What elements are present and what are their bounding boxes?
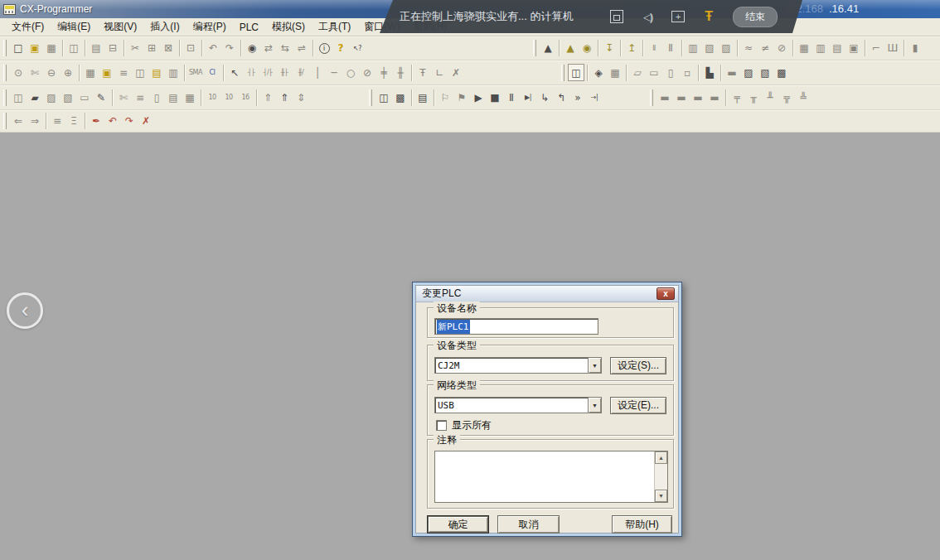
properties-icon[interactable]: ✎ bbox=[93, 89, 109, 106]
grid-icon[interactable]: ▦ bbox=[82, 64, 99, 81]
symbol-list-icon[interactable]: ≡ bbox=[115, 64, 132, 81]
insert-rung-icon[interactable]: Ŧ bbox=[414, 64, 431, 81]
rung-list-icon[interactable]: ≡ bbox=[49, 113, 65, 130]
comms-unit-a-icon[interactable]: ▬ bbox=[657, 89, 673, 106]
pin-icon[interactable]: Ŧ bbox=[705, 9, 713, 24]
dialog-display-icon[interactable]: ▤ bbox=[165, 89, 182, 106]
scroll-up-icon[interactable]: ▲ bbox=[655, 451, 667, 464]
zoom-in-icon[interactable]: ⊕ bbox=[60, 64, 76, 81]
network-settings-button[interactable]: 设定(E)... bbox=[610, 397, 666, 414]
network-type-combobox[interactable]: USB ▼ bbox=[434, 397, 602, 413]
selection-pointer-icon[interactable]: ↖ bbox=[226, 64, 243, 81]
close-icon[interactable]: x bbox=[657, 287, 675, 300]
toolbar-grip[interactable] bbox=[650, 89, 653, 106]
plc-memory-icon[interactable]: ▣ bbox=[846, 40, 862, 57]
build-tool-icon[interactable]: ▰ bbox=[27, 89, 43, 106]
replace-icon[interactable]: ⇄ bbox=[260, 40, 277, 57]
menu-item[interactable]: 视图(V) bbox=[97, 17, 143, 36]
binary-display-icon[interactable]: ▦ bbox=[182, 89, 198, 106]
stack-view-icon[interactable]: ◈ bbox=[590, 64, 607, 81]
zoom-selection-icon[interactable]: ✄ bbox=[27, 64, 43, 81]
step-in-icon[interactable]: ↳ bbox=[536, 89, 553, 106]
print-icon[interactable]: ▤ bbox=[88, 40, 104, 57]
show-all-checkbox[interactable] bbox=[436, 420, 447, 431]
search-io-icon[interactable]: ⇆ bbox=[277, 40, 293, 57]
copy-icon[interactable]: ⊞ bbox=[143, 40, 160, 57]
output-window-icon[interactable]: ▨ bbox=[43, 89, 60, 106]
breakpoint-set-icon[interactable]: ⚐ bbox=[437, 89, 453, 106]
zoom-out-icon[interactable]: ⊖ bbox=[43, 64, 60, 81]
marker-clear-icon[interactable]: ✗ bbox=[138, 113, 154, 130]
device-settings-button[interactable]: 设定(S)... bbox=[610, 357, 666, 374]
send-changes-icon[interactable]: ≠ bbox=[757, 40, 773, 57]
symbol-insert-icon[interactable]: ▱ bbox=[629, 64, 646, 81]
go-io-link-icon[interactable]: ⇕ bbox=[293, 89, 309, 106]
marker-pen-icon[interactable]: ✒ bbox=[88, 113, 104, 130]
device-type-combobox[interactable]: CJ2M ▼ bbox=[434, 357, 602, 374]
show-ci-icon[interactable]: CI bbox=[204, 64, 220, 81]
show-rung-wrap-icon[interactable]: ▯ bbox=[148, 89, 165, 106]
new-window-icon[interactable]: + bbox=[671, 11, 685, 22]
sim-stop-icon[interactable]: ■ bbox=[487, 89, 503, 106]
plc-settings-icon[interactable]: ▥ bbox=[812, 40, 829, 57]
io-table-icon[interactable]: ▦ bbox=[796, 40, 812, 57]
vertical-line-icon[interactable]: │ bbox=[309, 64, 326, 81]
function-block-icon[interactable]: ╪ bbox=[376, 64, 392, 81]
comment-scrollbar[interactable]: ▲ ▼ bbox=[654, 451, 667, 502]
watch-window-icon[interactable]: ▧ bbox=[60, 89, 76, 106]
symbol-verify-icon[interactable]: ▯ bbox=[662, 64, 679, 81]
zoom-icon[interactable]: ⊙ bbox=[10, 64, 27, 81]
run-to-break-icon[interactable]: →| bbox=[586, 89, 603, 106]
coil-icon[interactable]: ○ bbox=[342, 64, 359, 81]
instruction-box-icon[interactable]: ╫ bbox=[392, 64, 409, 81]
net-node-a-icon[interactable]: ╤ bbox=[729, 89, 745, 106]
marker-undo-icon[interactable]: ↶ bbox=[104, 113, 121, 130]
end-session-button[interactable]: 结束 bbox=[733, 7, 778, 27]
compare-programs-icon[interactable]: ◫ bbox=[65, 40, 82, 57]
chevron-down-icon[interactable]: ▼ bbox=[588, 397, 602, 413]
watch-tree-icon[interactable]: ▙ bbox=[701, 64, 718, 81]
toggle-window-icon[interactable]: ◫ bbox=[568, 64, 584, 81]
cut-icon[interactable]: ✂ bbox=[127, 40, 143, 57]
paste-rung-icon[interactable]: ⊡ bbox=[182, 40, 199, 57]
address-list-icon[interactable]: Ξ bbox=[65, 113, 82, 130]
toolbar-grip[interactable] bbox=[3, 113, 7, 129]
compile-icon[interactable]: ▧ bbox=[701, 40, 718, 57]
pause-icon[interactable]: Ⅱ bbox=[662, 40, 679, 57]
coil-nc-icon[interactable]: ⊘ bbox=[359, 64, 376, 81]
new-project-icon[interactable]: □ bbox=[10, 40, 27, 57]
signed-decimal-display-icon[interactable]: 10 bbox=[220, 89, 237, 106]
hex-display-icon[interactable]: 16 bbox=[237, 89, 254, 106]
decimal-display-icon[interactable]: 10 bbox=[204, 89, 220, 106]
mnemonic-view-icon[interactable]: ▥ bbox=[165, 64, 182, 81]
menu-item[interactable]: 工具(T) bbox=[312, 17, 357, 36]
cancel-button[interactable]: 取消 bbox=[497, 515, 560, 533]
indent-right-icon[interactable]: ⇒ bbox=[27, 113, 43, 130]
monitor-warning-icon[interactable]: ◉ bbox=[579, 40, 595, 57]
print-preview-icon[interactable]: ⊟ bbox=[104, 40, 121, 57]
search-symbol-icon[interactable]: ⇌ bbox=[293, 40, 310, 57]
io-comment-icon[interactable]: ≡ bbox=[132, 89, 148, 106]
chevron-down-icon[interactable]: ▼ bbox=[588, 357, 602, 374]
step-out-icon[interactable]: ↰ bbox=[553, 89, 569, 106]
grid-view-icon[interactable]: ▦ bbox=[607, 64, 623, 81]
menu-item[interactable]: 编程(P) bbox=[187, 17, 233, 36]
transfer-from-plc-icon[interactable]: ↥ bbox=[623, 40, 640, 57]
io-comment-view-icon[interactable]: ◫ bbox=[132, 64, 148, 81]
menu-item[interactable]: PLC bbox=[233, 19, 265, 36]
transfer-to-plc-icon[interactable]: ↧ bbox=[601, 40, 618, 57]
show-sma-icon[interactable]: SMA bbox=[187, 64, 204, 81]
toolbar-grip[interactable] bbox=[369, 89, 372, 106]
symbol-delete-icon[interactable]: ▭ bbox=[646, 64, 662, 81]
save-project-icon[interactable]: ▦ bbox=[43, 40, 60, 57]
contact-no-icon[interactable]: ┤├ bbox=[243, 64, 259, 81]
lock-icon[interactable]: ▮ bbox=[907, 40, 923, 57]
toolbar-grip[interactable] bbox=[3, 40, 7, 56]
smart-input-icon[interactable]: ▣ bbox=[99, 64, 115, 81]
menu-item[interactable]: 文件(F) bbox=[5, 17, 51, 36]
device-name-input[interactable]: 新PLC1 bbox=[434, 318, 598, 335]
redo-icon[interactable]: ↷ bbox=[221, 40, 238, 57]
go-prev-address-icon[interactable]: ⇑ bbox=[259, 89, 276, 106]
page-window-icon[interactable]: ▭ bbox=[76, 89, 93, 106]
work-online-simulator-icon[interactable]: ▲ bbox=[562, 40, 579, 57]
